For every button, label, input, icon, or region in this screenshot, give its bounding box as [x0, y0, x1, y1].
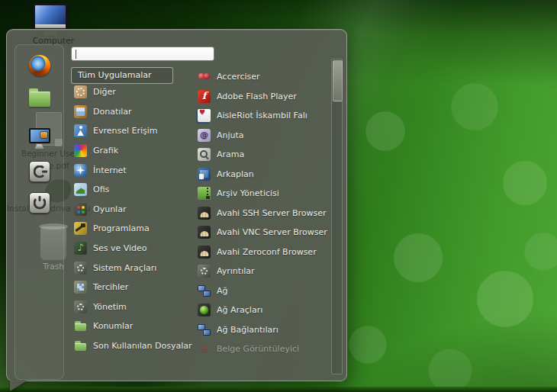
- preferences-icon: [74, 281, 87, 294]
- archive-manager-icon: [198, 187, 211, 200]
- category-item-label: Ses ve Video: [93, 243, 147, 253]
- logout-button[interactable]: [23, 159, 56, 185]
- application-item[interactable]: Anjuta: [196, 126, 329, 146]
- application-item[interactable]: Ağ: [196, 281, 329, 301]
- category-item-label: Oyunlar: [93, 204, 126, 214]
- lock-screen-icon: [29, 128, 50, 143]
- category-item-label: İnternet: [93, 165, 127, 175]
- category-item-label: Konumlar: [93, 321, 133, 331]
- programming-icon: [74, 222, 87, 235]
- application-item-label: AisleRiot İskambil Falı: [217, 111, 307, 120]
- application-item[interactable]: Adobe Flash Player: [196, 87, 329, 107]
- category-item[interactable]: Sistem Araçları: [72, 258, 191, 278]
- application-item-label: Arşiv Yöneticisi: [217, 188, 279, 198]
- application-list: AccerciserAdobe Flash PlayerAisleRiot İs…: [196, 67, 329, 359]
- firefox-button[interactable]: [23, 53, 56, 79]
- category-item[interactable]: İnternet: [72, 160, 191, 180]
- flash-icon: [198, 90, 211, 103]
- category-item[interactable]: Yönetim: [72, 297, 191, 317]
- category-item-label: Yönetim: [93, 302, 127, 312]
- category-item-label: Son Kullanılan Dosyalar: [93, 341, 192, 351]
- application-item-label: Accerciser: [217, 72, 260, 82]
- application-item[interactable]: Ağ Araçları: [196, 300, 329, 320]
- network-icon: [198, 284, 211, 297]
- category-item[interactable]: Konumlar: [72, 316, 191, 336]
- main-menu-panel: Beginner User Guide.pdf Install Mandriva…: [6, 29, 347, 381]
- category-item[interactable]: Programlama: [72, 219, 191, 239]
- application-item[interactable]: Avahi SSH Server Browser: [196, 204, 329, 223]
- app-list-scrollbar[interactable]: [331, 59, 343, 374]
- application-item-label: Arama: [217, 149, 244, 159]
- category-item-label: Ofis: [93, 185, 109, 194]
- application-item-label: Avahi SSH Server Browser: [217, 208, 327, 218]
- category-item-label: Donatılar: [93, 107, 132, 117]
- application-item[interactable]: AisleRiot İskambil Falı: [196, 106, 329, 126]
- category-item-label: Evrensel Erişim: [93, 126, 158, 136]
- home-folder-icon: [29, 92, 50, 107]
- computer-monitor-icon: [33, 3, 68, 31]
- administration-icon: [74, 300, 87, 313]
- anjuta-icon: [198, 129, 211, 142]
- category-item-label: Tercihler: [93, 282, 128, 292]
- avahi-icon: [198, 207, 211, 220]
- application-item-label: Avahi Zeroconf Browser: [217, 247, 317, 257]
- application-item-label: Ağ Bağlantıları: [217, 325, 278, 335]
- office-icon: [74, 183, 87, 196]
- places-icon: [74, 320, 87, 333]
- network-tools-icon: [198, 304, 211, 316]
- category-item[interactable]: Donatılar: [72, 102, 191, 122]
- application-item[interactable]: Belge Görüntüleyici: [196, 339, 329, 359]
- home-folder-button[interactable]: [23, 84, 56, 110]
- category-item[interactable]: Tercihler: [72, 278, 191, 297]
- details-icon: [198, 265, 211, 278]
- application-item[interactable]: Arkaplan: [196, 165, 329, 185]
- other-category-icon: [74, 85, 87, 98]
- computer-icon-label: Computer: [31, 36, 76, 46]
- application-item[interactable]: Accerciser: [196, 67, 329, 87]
- category-item[interactable]: Ses ve Video: [72, 239, 191, 259]
- application-item-label: Arkaplan: [217, 169, 254, 179]
- category-item-label: Diğer: [93, 87, 116, 97]
- lock-screen-button[interactable]: [23, 125, 56, 151]
- application-item-label: Avahi VNC Server Browser: [217, 227, 327, 237]
- category-item[interactable]: Oyunlar: [72, 200, 191, 220]
- wallpaper-bottom-strip: [0, 387, 557, 392]
- search-box[interactable]: [71, 47, 214, 61]
- category-item[interactable]: Evrensel Erişim: [72, 121, 191, 141]
- document-viewer-icon: [198, 342, 211, 355]
- application-item-label: Ağ Araçları: [217, 305, 262, 315]
- universal-access-icon: [74, 124, 87, 137]
- application-item-label: Ayrıntılar: [217, 266, 255, 276]
- category-item[interactable]: Ofis: [72, 180, 191, 200]
- application-item[interactable]: Ağ Bağlantıları: [196, 320, 329, 340]
- category-item-label: Sistem Araçları: [93, 263, 156, 273]
- accerciser-icon: [198, 70, 211, 83]
- search-input[interactable]: [72, 47, 214, 60]
- internet-icon: [74, 164, 87, 177]
- power-button[interactable]: [23, 190, 56, 216]
- category-item[interactable]: Son Kullanılan Dosyalar: [72, 336, 191, 356]
- text-cursor: [76, 50, 76, 59]
- application-item-label: Adobe Flash Player: [217, 92, 297, 101]
- application-item[interactable]: Arşiv Yöneticisi: [196, 184, 329, 204]
- category-item[interactable]: Grafik: [72, 141, 191, 161]
- accessories-icon: [74, 105, 87, 118]
- network-icon: [198, 323, 211, 336]
- application-item[interactable]: Arama: [196, 145, 329, 165]
- recent-files-icon: [74, 339, 87, 352]
- application-item-label: Anjuta: [217, 130, 244, 140]
- application-item[interactable]: Ayrıntılar: [196, 262, 329, 281]
- sound-video-icon: [74, 242, 87, 255]
- computer-desktop-icon[interactable]: Computer: [31, 3, 76, 46]
- category-item[interactable]: Diğer: [72, 82, 191, 102]
- all-applications-button[interactable]: Tüm Uygulamalar: [71, 67, 173, 84]
- application-item[interactable]: Avahi VNC Server Browser: [196, 223, 329, 243]
- avahi-icon: [198, 246, 211, 259]
- scrollbar-thumb[interactable]: [333, 60, 343, 101]
- logout-icon: [29, 161, 50, 182]
- category-item-label: Programlama: [93, 223, 150, 233]
- avahi-icon: [198, 226, 211, 239]
- search-tool-icon: [198, 148, 211, 161]
- application-item[interactable]: Avahi Zeroconf Browser: [196, 243, 329, 262]
- menu-pointer-tail: [10, 380, 28, 391]
